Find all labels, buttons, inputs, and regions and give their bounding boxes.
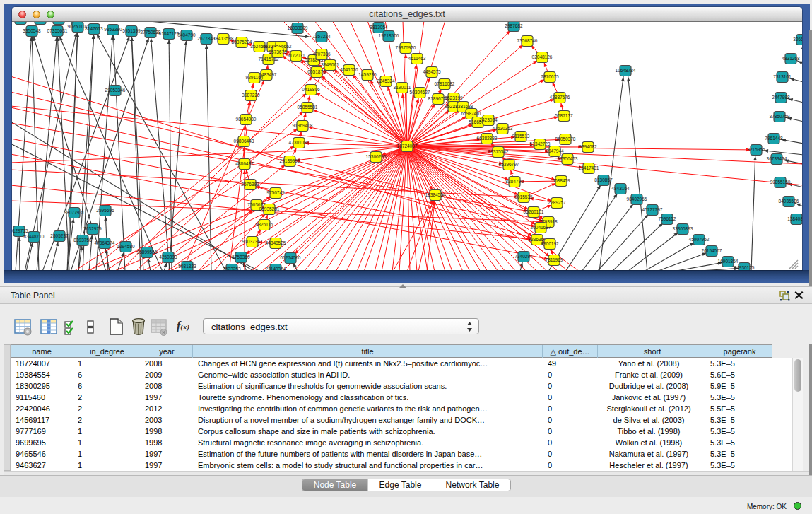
svg-text:4707396: 4707396 [312,52,331,57]
svg-text:4843164: 4843164 [611,186,630,191]
svg-text:91037367: 91037367 [242,239,263,244]
svg-text:7811969: 7811969 [546,257,563,262]
svg-text:16033809: 16033809 [288,25,308,30]
svg-text:4886437: 4886437 [235,161,254,166]
svg-text:4041020: 4041020 [340,67,358,72]
svg-text:0245324: 0245324 [377,78,395,83]
svg-text:96899516: 96899516 [137,250,158,255]
svg-text:79376920: 79376920 [396,45,416,50]
svg-text:7357224: 7357224 [312,34,331,39]
svg-text:06935281: 06935281 [259,206,280,211]
svg-text:47301081: 47301081 [289,140,310,145]
svg-text:05855581: 05855581 [298,105,318,110]
svg-text:3987229: 3987229 [242,93,260,98]
svg-text:3266146: 3266146 [793,37,802,42]
svg-text:7596112: 7596112 [659,216,676,221]
svg-text:18724007: 18724007 [397,144,418,148]
svg-text:7313101: 7313101 [773,74,792,79]
svg-text:37850759: 37850759 [770,114,790,119]
svg-text:16901854: 16901854 [718,259,739,264]
svg-text:20041637: 20041637 [531,225,551,230]
svg-text:4250393: 4250393 [159,255,177,259]
svg-text:2595696: 2595696 [96,208,114,213]
svg-text:47630353: 47630353 [493,126,513,131]
svg-text:0015535: 0015535 [514,194,533,199]
svg-text:67816082: 67816082 [435,81,455,86]
svg-text:61847123: 61847123 [159,31,180,36]
svg-text:2987682: 2987682 [505,23,523,28]
svg-text:3949061: 3949061 [321,62,339,67]
svg-text:8393756: 8393756 [73,238,92,243]
svg-text:15300295: 15300295 [366,154,387,159]
svg-text:9394082: 9394082 [579,144,597,149]
svg-text:50304627: 50304627 [410,90,430,95]
svg-text:6573676: 6573676 [269,49,287,54]
svg-text:45007952: 45007952 [689,237,710,242]
svg-text:0947944: 0947944 [546,148,564,153]
svg-text:83448710: 83448710 [24,234,45,239]
svg-text:36050378: 36050378 [555,136,576,141]
svg-text:09806443: 09806443 [234,139,254,144]
svg-text:66382833: 66382833 [477,136,498,141]
svg-text:4494575: 4494575 [423,69,441,74]
svg-text:02048126: 02048126 [532,54,553,59]
svg-text:9291164: 9291164 [246,75,264,80]
svg-text:47364374: 47364374 [95,240,115,245]
svg-text:0419806: 0419806 [302,87,320,92]
svg-text:29053346: 29053346 [105,88,126,93]
svg-text:1384087: 1384087 [787,216,802,221]
svg-text:23140364: 23140364 [266,267,286,270]
svg-text:38077931: 38077931 [64,210,85,215]
svg-text:07355631: 07355631 [47,28,68,33]
svg-text:3350548: 3350548 [23,28,41,33]
svg-text:96375342: 96375342 [488,149,509,154]
svg-text:44848525: 44848525 [266,240,286,245]
svg-text:18413598: 18413598 [213,36,234,41]
svg-text:42887576: 42887576 [550,95,570,100]
svg-text:01274060: 01274060 [281,255,301,260]
svg-text:33300893: 33300893 [673,226,693,231]
svg-text:98402965: 98402965 [627,197,647,201]
svg-text:98654980: 98654980 [236,117,257,122]
svg-text:27750638: 27750638 [141,30,161,35]
svg-text:4831268: 4831268 [782,56,800,61]
svg-text:80375224: 80375224 [232,40,252,45]
svg-text:7523253: 7523253 [223,267,241,270]
svg-text:9172031: 9172031 [287,53,305,58]
svg-text:9750749: 9750749 [266,190,285,195]
svg-text:74930125: 74930125 [734,265,755,270]
svg-text:5587137: 5587137 [555,113,573,118]
svg-text:2576393: 2576393 [241,182,259,187]
svg-text:9900192: 9900192 [541,241,559,246]
svg-text:9115513: 9115513 [512,134,530,139]
svg-text:20154067: 20154067 [702,248,722,253]
svg-text:29189999: 29189999 [280,158,300,163]
svg-text:1459230: 1459230 [358,72,377,77]
svg-text:7340297: 7340297 [514,254,533,259]
svg-text:7632979: 7632979 [83,226,102,231]
svg-text:9129715: 9129715 [12,228,28,233]
svg-text:84036586: 84036586 [779,199,799,204]
svg-text:45727797: 45727797 [642,207,663,212]
svg-text:65987401: 65987401 [461,111,482,116]
svg-text:5031323: 5031323 [178,264,196,269]
svg-text:19384554: 19384554 [425,192,446,197]
svg-text:5951399: 5951399 [122,28,141,33]
svg-text:97350453: 97350453 [558,156,578,161]
svg-text:1294580: 1294580 [117,244,135,249]
svg-text:99855150: 99855150 [770,180,791,185]
svg-text:5758360: 5758360 [232,255,250,259]
svg-text:10648784: 10648784 [616,68,636,73]
svg-text:91969408: 91969408 [293,123,313,128]
svg-text:7961448: 7961448 [765,136,783,141]
svg-text:8130857: 8130857 [594,177,613,182]
svg-text:2423054: 2423054 [479,117,498,122]
svg-text:9353390: 9353390 [104,27,122,32]
svg-text:2289257: 2289257 [548,200,566,205]
svg-text:0051870: 0051870 [307,69,326,74]
svg-text:05260101: 05260101 [524,209,544,214]
svg-text:73568746: 73568746 [517,38,538,43]
svg-text:15417431: 15417431 [579,165,599,170]
svg-text:6523199: 6523199 [445,95,463,100]
svg-text:0826116: 0826116 [256,222,273,227]
